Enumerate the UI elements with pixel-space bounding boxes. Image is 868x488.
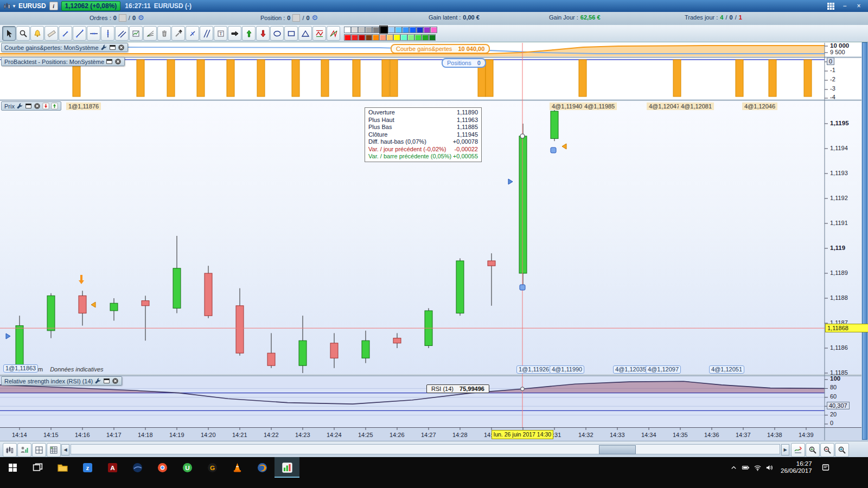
mini-chart-button[interactable] <box>3 443 17 457</box>
color-swatch[interactable] <box>351 27 358 33</box>
file-explorer-button[interactable] <box>50 457 75 478</box>
rsi-flag[interactable]: RSI (14) 75,99496 <box>426 384 489 393</box>
layout-grid-icon[interactable] <box>825 2 837 10</box>
grid-small-button[interactable] <box>32 443 46 457</box>
color-swatch[interactable] <box>351 34 358 41</box>
positions-flag[interactable]: Positions 0 <box>442 58 486 68</box>
arrow-up-green-tool[interactable] <box>242 26 256 41</box>
wrench-icon[interactable] <box>100 44 107 51</box>
vertical-scrollbar-thumb[interactable] <box>862 42 867 440</box>
start-button[interactable] <box>0 457 25 478</box>
sell-arrow-icon[interactable] <box>42 102 49 110</box>
color-swatch[interactable] <box>429 34 436 41</box>
color-swatch[interactable] <box>423 27 430 33</box>
color-swatch[interactable] <box>379 34 386 41</box>
arrow-down-red-tool[interactable] <box>256 26 270 41</box>
fan-lines-tool[interactable] <box>143 26 157 41</box>
notification-icon[interactable] <box>821 463 830 472</box>
panel-icon[interactable] <box>106 58 113 65</box>
vertical-line-tool[interactable] <box>101 26 114 41</box>
color-swatch[interactable] <box>395 27 402 33</box>
minimize-button[interactable]: − <box>839 2 851 10</box>
color-swatch[interactable] <box>400 34 407 41</box>
equity-panel-tab[interactable]: Courbe gains&pertes: MonSystème <box>1 43 128 52</box>
color-swatch[interactable] <box>358 34 365 41</box>
app-browser-dark[interactable] <box>125 457 150 478</box>
color-swatch[interactable] <box>430 27 437 33</box>
app-trading[interactable] <box>275 457 299 478</box>
panel-splitter[interactable] <box>0 99 868 101</box>
zoom-sel-button[interactable] <box>806 443 820 457</box>
wrench-icon[interactable] <box>16 102 23 110</box>
wrench-icon[interactable] <box>94 377 101 384</box>
color-swatch[interactable] <box>344 27 351 33</box>
rsi-panel-tab[interactable]: Relative strength index (RSI) (14) <box>1 376 122 386</box>
zoom-out-button[interactable] <box>820 443 834 457</box>
zoom-magnifier-tool[interactable] <box>16 26 30 41</box>
segment-short-tool[interactable] <box>59 26 72 41</box>
app-blue-z[interactable]: z <box>75 457 100 478</box>
color-swatch[interactable] <box>365 34 372 41</box>
panel-icon[interactable] <box>103 377 110 384</box>
info-icon[interactable]: i <box>49 2 58 10</box>
delete-trash-tool[interactable] <box>157 26 171 41</box>
task-view-button[interactable] <box>25 457 50 478</box>
price-panel-header[interactable]: Prix <box>1 101 61 111</box>
color-swatch[interactable] <box>358 27 365 33</box>
app-utorrent[interactable]: U <box>175 457 200 478</box>
close-icon[interactable] <box>112 377 119 384</box>
restore-chart-button[interactable] <box>791 443 805 457</box>
horizontal-scrollbar-thumb[interactable] <box>599 445 636 454</box>
drawing-tools-tool[interactable] <box>171 26 185 41</box>
tray-battery[interactable] <box>742 464 750 472</box>
panel-splitter[interactable] <box>0 56 868 58</box>
color-swatch[interactable] <box>372 34 379 41</box>
buy-arrow-icon[interactable] <box>51 102 58 110</box>
color-swatch[interactable] <box>379 25 388 34</box>
color-swatch[interactable] <box>422 34 429 41</box>
equity-flag[interactable]: Courbe gains&pertes 10 040,00 <box>391 44 490 54</box>
color-swatch[interactable] <box>344 34 351 41</box>
tray-chevron[interactable] <box>730 464 738 472</box>
color-swatch[interactable] <box>416 27 423 33</box>
close-icon[interactable] <box>114 58 122 65</box>
text-annotation-tool[interactable]: T <box>214 26 227 41</box>
taskbar-clock[interactable]: 16:2726/06/2017 <box>781 460 812 474</box>
trendline-tool[interactable] <box>73 26 86 41</box>
profile-chart-button[interactable] <box>17 443 31 457</box>
color-swatch[interactable] <box>365 27 372 33</box>
vertical-scrollbar[interactable] <box>861 42 868 441</box>
tray-volume[interactable] <box>765 464 774 472</box>
position-list-icon[interactable] <box>292 14 300 22</box>
zoom-in-button[interactable] <box>835 443 849 457</box>
cross-line-tool[interactable] <box>186 26 199 41</box>
orders-gear-icon[interactable]: ⚙ <box>138 15 144 21</box>
select-cursor-tool[interactable] <box>2 26 16 41</box>
angled-channel-tool[interactable] <box>200 26 213 41</box>
panel-icon[interactable] <box>109 44 116 51</box>
ruler-tool[interactable] <box>44 26 58 41</box>
color-swatch[interactable] <box>393 34 400 41</box>
orders-list-icon[interactable] <box>119 14 126 22</box>
rectangle-shape-tool[interactable] <box>284 26 298 41</box>
panel-icon[interactable] <box>25 102 32 110</box>
color-swatch[interactable] <box>414 34 422 41</box>
close-icon[interactable] <box>118 44 125 51</box>
alert-bell-tool[interactable] <box>30 26 44 41</box>
close-icon[interactable] <box>34 102 41 110</box>
color-swatch[interactable] <box>407 34 414 41</box>
pitchfork-pattern-tool[interactable] <box>327 26 340 41</box>
tray-wifi[interactable] <box>754 464 762 472</box>
parallel-lines-tool[interactable] <box>115 26 129 41</box>
app-acrobat[interactable]: A <box>100 457 125 478</box>
horizontal-line-tool[interactable] <box>87 26 100 41</box>
position-gear-icon[interactable]: ⚙ <box>312 15 318 21</box>
app-firefox[interactable] <box>250 457 275 478</box>
color-swatch[interactable] <box>402 27 409 33</box>
positions-panel-tab[interactable]: ProBacktest - Positions: MonSystème <box>1 57 125 66</box>
horizontal-scrollbar[interactable] <box>71 444 780 454</box>
indicator-window-tool[interactable] <box>129 26 143 41</box>
scroll-right-arrow[interactable]: ▶ <box>781 444 789 455</box>
arrow-right-black-tool[interactable] <box>228 26 241 41</box>
app-vlc[interactable] <box>225 457 250 478</box>
